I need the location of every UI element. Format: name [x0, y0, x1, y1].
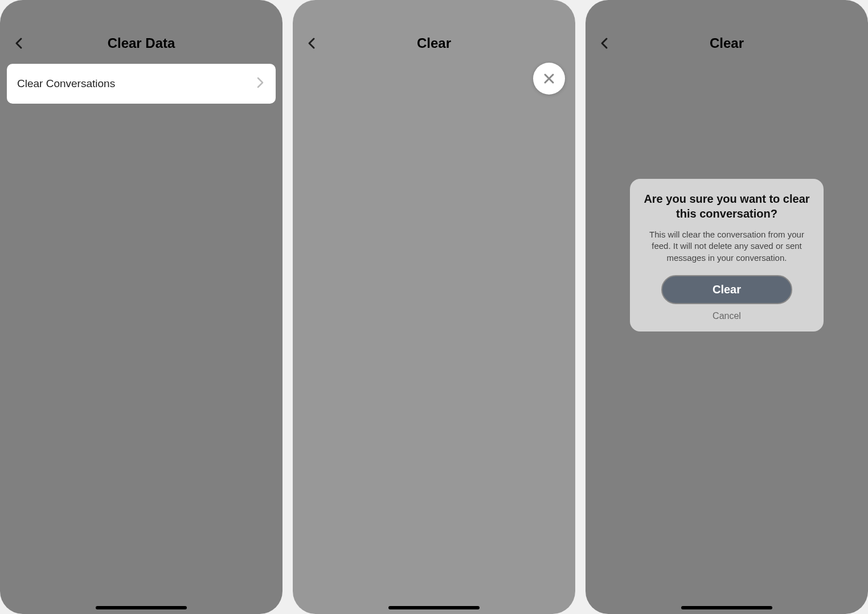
screenshot-clear-confirm: 11:30 ➤ 74 Clear My AISaturday Team Snap… [586, 0, 868, 614]
row-label: Clear Conversations [17, 77, 115, 90]
home-indicator[interactable] [388, 606, 480, 609]
modal-cancel-button[interactable]: Cancel [641, 311, 812, 321]
modal-title: Are you sure you want to clear this conv… [641, 191, 812, 221]
screenshot-clear-data: 11:30 ➤ 74 Clear Data Clear Conversation… [0, 0, 282, 614]
modal-body: This will clear the conversation from yo… [641, 229, 812, 264]
back-button[interactable] [301, 32, 324, 55]
chevron-left-icon [305, 36, 319, 50]
confirm-clear-modal: Are you sure you want to clear this conv… [630, 179, 824, 331]
modal-clear-button[interactable]: Clear [661, 275, 792, 304]
page-title: Clear [710, 35, 744, 51]
back-button[interactable] [593, 32, 616, 55]
chevron-left-icon [598, 36, 612, 50]
home-indicator[interactable] [96, 606, 187, 609]
page-title: Clear [417, 35, 451, 51]
x-icon [542, 72, 556, 85]
screenshot-clear-list: 11:30 ➤ 74 Clear My AISaturday Team Snap… [293, 0, 575, 614]
chevron-right-icon [253, 76, 267, 92]
nav-header: Clear [293, 26, 575, 60]
home-indicator[interactable] [681, 606, 772, 609]
chevron-left-icon [13, 36, 26, 50]
back-button[interactable] [8, 32, 31, 55]
nav-header: Clear [586, 26, 868, 60]
page-title: Clear Data [108, 35, 175, 51]
nav-header: Clear Data [0, 26, 282, 60]
highlight-x-circle[interactable] [533, 63, 565, 95]
row-clear-conversations[interactable]: Clear Conversations [7, 64, 276, 104]
